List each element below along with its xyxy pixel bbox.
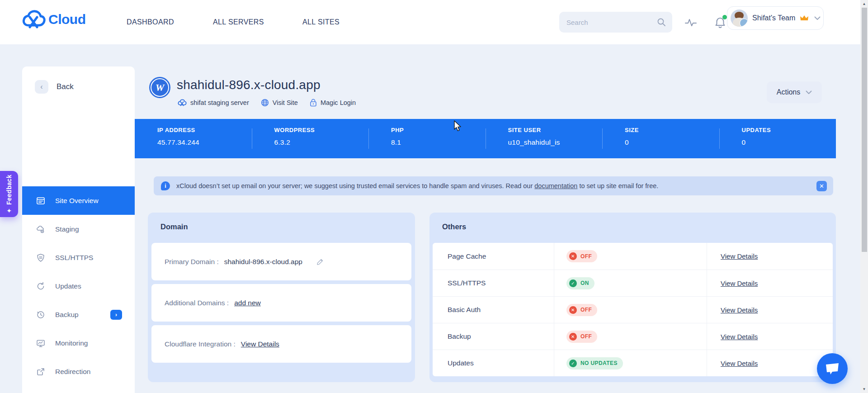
activity-pulse-icon[interactable] [684, 16, 698, 29]
row-label: Updates [433, 350, 554, 376]
team-menu[interactable]: Shifat's Team [727, 6, 824, 30]
check-circle-icon: ✓ [569, 360, 577, 367]
sidebar-item-email-provider[interactable]: Email Provider [22, 386, 135, 393]
domain-card-title: Domain [148, 213, 415, 231]
chat-widget-button[interactable] [817, 353, 848, 384]
chevron-left-icon: ‹ [35, 80, 48, 94]
notification-dot [722, 15, 727, 19]
cloudflare-row: Cloudflare Integration : View Details [151, 325, 411, 363]
cross-circle-icon: ✕ [569, 252, 577, 260]
view-details-link[interactable]: View Details [721, 306, 758, 314]
notification-bell-icon[interactable] [713, 16, 727, 29]
page-title: shahidul-896.x-cloud.app [177, 78, 321, 92]
sidebar-item-label: Backup [55, 311, 79, 319]
scrollbar-thumb[interactable] [862, 8, 867, 252]
sidebar-item-monitoring[interactable]: Monitoring [22, 329, 135, 357]
sidebar-item-backup[interactable]: Backup › [22, 300, 135, 329]
search-input[interactable] [566, 19, 657, 26]
feedback-tab[interactable]: Feedback ✦ [0, 171, 18, 217]
site-stats-bar: IP ADDRESS 45.77.34.244 WORDPRESS 6.3.2 … [135, 119, 836, 158]
scrollbar-track[interactable]: ▲ ▼ [860, 0, 868, 393]
banner-close-button[interactable]: ✕ [816, 181, 827, 191]
table-row-ssl-https: SSL/HTTPS ✓ON View Details [433, 270, 833, 296]
sidebar-item-label: Updates [55, 282, 81, 290]
info-icon: i [161, 181, 170, 190]
search-icon [657, 18, 666, 27]
sidebar-item-updates[interactable]: Updates [22, 272, 135, 300]
sidebar-item-label: Site Overview [55, 197, 99, 205]
actions-label: Actions [777, 88, 800, 96]
monitor-icon [36, 339, 45, 348]
view-details-link[interactable]: View Details [721, 279, 758, 287]
sidebar-item-label: SSL/HTTPS [55, 254, 93, 262]
sidebar-item-label: Staging [55, 225, 79, 233]
stat-updates: UPDATES 0 [719, 119, 836, 158]
backup-expand-badge[interactable]: › [110, 310, 122, 320]
view-details-link[interactable]: View Details [721, 360, 758, 367]
xcloud-cloud-icon [22, 10, 46, 29]
xcloud-mini-icon [178, 99, 187, 106]
status-badge: ✕OFF [566, 304, 597, 316]
sidebar-item-label: Monitoring [55, 339, 88, 347]
lock-icon [310, 99, 317, 107]
sidebar-item-redirection[interactable]: Redirection [22, 357, 135, 386]
xcloud-logo[interactable]: Cloud [22, 10, 85, 29]
server-name: shifat staging server [190, 99, 249, 106]
cloudflare-view-details-link[interactable]: View Details [241, 340, 279, 348]
domain-card: Domain Primary Domain : shahidul-896.x-c… [148, 213, 415, 382]
cross-circle-icon: ✕ [569, 306, 577, 314]
sidebar-item-label: Redirection [55, 368, 90, 376]
primary-domain-value: shahidul-896.x-cloud.app [224, 258, 302, 266]
stat-size: SIZE 0 [602, 119, 719, 158]
primary-domain-row: Primary Domain : shahidul-896.x-cloud.ap… [151, 243, 411, 280]
table-row-page-cache: Page Cache ✕OFF View Details [433, 243, 833, 270]
others-card-title: Others [429, 213, 836, 231]
status-badge: ✓NO UPDATES [566, 357, 623, 369]
edit-domain-icon[interactable] [316, 258, 324, 266]
stat-site-user: SITE USER u10_shahidul_is [486, 119, 603, 158]
cross-circle-icon: ✕ [569, 333, 577, 341]
status-badge: ✕OFF [566, 250, 597, 262]
view-details-link[interactable]: View Details [721, 252, 758, 260]
sidebar-item-ssl-https[interactable]: SSL/HTTPS [22, 243, 135, 272]
wordpress-logo: W [149, 77, 170, 98]
others-table: Page Cache ✕OFF View Details SSL/HTTPS ✓… [433, 243, 833, 376]
row-label: Basic Auth [433, 297, 554, 323]
server-link[interactable]: shifat staging server [178, 99, 249, 106]
scroll-up-arrow[interactable]: ▲ [860, 0, 868, 8]
banner-text: xCloud doesn’t set up email on your serv… [176, 182, 816, 189]
scroll-down-arrow[interactable]: ▼ [860, 385, 868, 393]
stat-php: PHP 8.1 [368, 119, 486, 158]
globe-icon [261, 99, 269, 107]
shield-icon [36, 253, 45, 262]
chevron-down-icon [814, 16, 821, 20]
add-new-domain-link[interactable]: add new [234, 299, 261, 307]
stat-wordpress: WORDPRESS 6.3.2 [252, 119, 369, 158]
visit-site-label: Visit Site [273, 99, 298, 106]
table-row-basic-auth: Basic Auth ✕OFF View Details [433, 296, 833, 323]
chat-bubble-icon [825, 362, 840, 375]
actions-button[interactable]: Actions [767, 81, 822, 103]
table-row-backup: Backup ✕OFF View Details [433, 323, 833, 350]
nav-all-servers[interactable]: ALL SERVERS [213, 0, 264, 44]
documentation-link[interactable]: documentation [534, 182, 577, 189]
email-info-banner: i xCloud doesn’t set up email on your se… [154, 176, 833, 195]
magic-login-link[interactable]: Magic Login [310, 99, 356, 107]
visit-site-link[interactable]: Visit Site [261, 99, 298, 107]
row-label: SSL/HTTPS [433, 270, 554, 296]
feedback-label: Feedback [5, 175, 13, 205]
row-label: Page Cache [433, 243, 554, 270]
search-box[interactable] [559, 12, 672, 33]
site-meta-row: shifat staging server Visit Site Magic L… [178, 99, 356, 107]
chevron-down-icon [806, 90, 812, 95]
view-details-link[interactable]: View Details [721, 333, 758, 341]
back-button[interactable]: ‹ Back [35, 80, 74, 94]
sidebar: ‹ Back Site Overview Staging SSL/HTTPS U… [22, 66, 135, 393]
additional-domains-row: Additional Domains : add new [151, 284, 411, 322]
nav-dashboard[interactable]: DASHBOARD [127, 0, 174, 44]
sidebar-item-staging[interactable]: Staging [22, 215, 135, 243]
row-label: Backup [433, 323, 554, 350]
nav-all-sites[interactable]: ALL SITES [302, 0, 340, 44]
table-row-updates: Updates ✓NO UPDATES View Details [433, 350, 833, 376]
sidebar-item-site-overview[interactable]: Site Overview [22, 186, 135, 215]
